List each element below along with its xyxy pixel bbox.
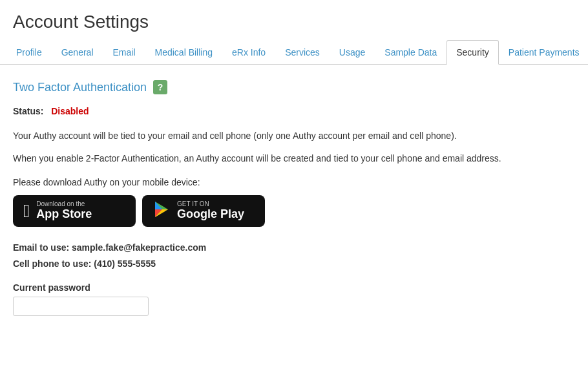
email-label: Email to use: — [13, 242, 69, 253]
tabs-bar: Profile General Email Medical Billing eR… — [0, 40, 588, 65]
google-play-icon — [152, 200, 171, 222]
app-store-text: Download on the App Store — [36, 200, 92, 222]
info-text-2: When you enable 2-Factor Authentication,… — [13, 152, 575, 165]
tab-services[interactable]: Services — [275, 40, 330, 65]
status-label: Status: — [13, 106, 43, 116]
main-content: Two Factor Authentication ? Status: Disa… — [0, 65, 588, 332]
status-line: Status: Disabled — [13, 106, 575, 116]
password-field-label: Current password — [13, 282, 575, 293]
page-title: Account Settings — [0, 0, 588, 40]
tab-profile[interactable]: Profile — [6, 40, 52, 65]
phone-value: (410) 555-5555 — [94, 258, 156, 269]
tab-sample-data[interactable]: Sample Data — [375, 40, 446, 65]
apple-icon:  — [23, 202, 30, 220]
tab-erx-info[interactable]: eRx Info — [222, 40, 275, 65]
tab-usage[interactable]: Usage — [330, 40, 375, 65]
google-play-main: Google Play — [177, 207, 244, 222]
google-play-sub: GET IT ON — [177, 200, 244, 207]
app-store-sub: Download on the — [36, 200, 92, 207]
tab-patient-payments[interactable]: Patient Payments — [499, 40, 588, 65]
download-label: Please download Authy on your mobile dev… — [13, 177, 575, 187]
phone-info-line: Cell phone to use: (410) 555-5555 — [13, 256, 575, 272]
tab-general[interactable]: General — [52, 40, 103, 65]
google-play-button[interactable]: GET IT ON Google Play — [142, 195, 265, 227]
tab-security[interactable]: Security — [446, 40, 499, 65]
google-play-text: GET IT ON Google Play — [177, 200, 244, 222]
status-value: Disabled — [51, 106, 89, 116]
tab-medical-billing[interactable]: Medical Billing — [145, 40, 222, 65]
tab-email[interactable]: Email — [103, 40, 145, 65]
password-field-group: Current password — [13, 282, 575, 316]
current-password-input[interactable] — [13, 297, 149, 316]
download-section: Please download Authy on your mobile dev… — [13, 177, 575, 227]
email-value: sample.fake@fakepractice.com — [72, 242, 206, 253]
section-title: Two Factor Authentication ? — [13, 80, 575, 94]
app-store-button[interactable]:  Download on the App Store — [13, 195, 136, 227]
help-icon[interactable]: ? — [153, 80, 167, 94]
email-info-line: Email to use: sample.fake@fakepractice.c… — [13, 240, 575, 256]
two-factor-title: Two Factor Authentication — [13, 81, 147, 94]
phone-label: Cell phone to use: — [13, 258, 91, 269]
app-store-main: App Store — [36, 207, 92, 222]
info-text-1: Your Authy account will be tied to your … — [13, 129, 575, 143]
contact-info: Email to use: sample.fake@fakepractice.c… — [13, 240, 575, 272]
store-buttons:  Download on the App Store GET IT ON — [13, 195, 575, 227]
